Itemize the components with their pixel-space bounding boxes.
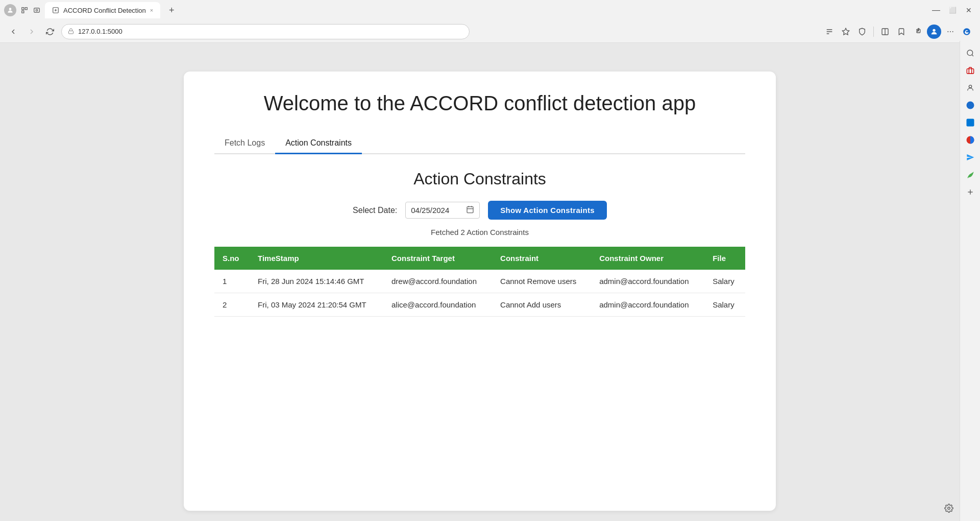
- forward-button[interactable]: [24, 25, 39, 39]
- navigation-bar: 127.0.0.1:5000: [0, 20, 980, 43]
- svg-rect-7: [69, 31, 74, 34]
- col-header-sno: S.no: [214, 247, 250, 270]
- cell-constraint: Cannot Add users: [492, 293, 591, 317]
- tab-fetch-logs[interactable]: Fetch Logs: [214, 133, 275, 154]
- calendar-icon[interactable]: [466, 205, 474, 215]
- title-bar: ACCORD Conflict Detection × + — ⬜ ✕: [0, 0, 980, 20]
- tab-favicon: [52, 7, 59, 14]
- profile-button[interactable]: [927, 25, 941, 39]
- col-header-target: Constraint Target: [383, 247, 492, 270]
- svg-rect-16: [967, 69, 973, 74]
- tab-group-icon[interactable]: [20, 6, 29, 14]
- page-content: Welcome to the ACCORD conflict detection…: [0, 61, 960, 521]
- svg-rect-11: [467, 207, 473, 213]
- section-title: Action Constraints: [214, 170, 745, 188]
- read-mode-button[interactable]: [822, 25, 837, 39]
- sidebar-add-icon[interactable]: [962, 184, 978, 200]
- svg-rect-1: [22, 8, 24, 10]
- svg-point-17: [969, 85, 971, 88]
- extensions-button[interactable]: [911, 25, 925, 39]
- profile-avatar[interactable]: [4, 4, 16, 16]
- minimize-button[interactable]: —: [929, 3, 943, 17]
- nav-divider: [873, 27, 874, 37]
- cell-constraint: Cannot Remove users: [492, 270, 591, 293]
- cell-owner: admin@accord.foundation: [591, 293, 704, 317]
- maximize-button[interactable]: ⬜: [945, 3, 960, 17]
- favorite-button[interactable]: [839, 25, 853, 39]
- fetch-status-text: Fetched 2 Action Constraints: [214, 228, 745, 236]
- svg-rect-4: [34, 8, 40, 12]
- svg-point-0: [9, 8, 12, 10]
- sidebar-plane-icon[interactable]: [962, 149, 978, 165]
- col-header-timestamp: TimeStamp: [250, 247, 383, 270]
- lock-icon: [68, 28, 74, 35]
- cell-sno: 2: [214, 293, 250, 317]
- settings-icon[interactable]: [944, 504, 953, 515]
- sidebar-search-icon[interactable]: [962, 45, 978, 61]
- sidebar-circle-multicolor-icon[interactable]: [962, 132, 978, 148]
- cell-target: drew@accord.foundation: [383, 270, 492, 293]
- col-header-constraint: Constraint: [492, 247, 591, 270]
- svg-point-18: [966, 102, 974, 109]
- table-row: 1Fri, 28 Jun 2024 15:14:46 GMTdrew@accor…: [214, 270, 745, 293]
- edge-icon[interactable]: [960, 25, 974, 39]
- sidebar-leaf-icon[interactable]: [962, 167, 978, 183]
- tab-title: ACCORD Conflict Detection: [63, 7, 146, 14]
- new-tab-button[interactable]: +: [164, 3, 179, 17]
- sidebar-profile-icon[interactable]: [962, 80, 978, 96]
- cell-file: Salary: [704, 293, 745, 317]
- app-card: Welcome to the ACCORD conflict detection…: [184, 72, 776, 511]
- cell-target: alice@accord.foundation: [383, 293, 492, 317]
- col-header-file: File: [704, 247, 745, 270]
- app-welcome-title: Welcome to the ACCORD conflict detection…: [214, 92, 745, 115]
- tab-action-constraints[interactable]: Action Constraints: [275, 133, 362, 154]
- cell-timestamp: Fri, 28 Jun 2024 15:14:46 GMT: [250, 270, 383, 293]
- tab-close-button[interactable]: ×: [150, 7, 153, 13]
- back-button[interactable]: [6, 25, 20, 39]
- screenshot-icon[interactable]: [33, 6, 41, 14]
- date-input-wrapper[interactable]: [405, 202, 480, 219]
- svg-point-5: [36, 9, 38, 11]
- shield-button[interactable]: [855, 25, 869, 39]
- sidebar-briefcase-icon[interactable]: [962, 62, 978, 79]
- svg-rect-2: [25, 8, 27, 10]
- svg-point-10: [933, 29, 935, 31]
- close-button[interactable]: ✕: [962, 3, 976, 17]
- url-text: 127.0.0.1:5000: [78, 28, 122, 35]
- table-header-row: S.no TimeStamp Constraint Target Constra…: [214, 247, 745, 270]
- svg-rect-19: [966, 119, 974, 127]
- table-row: 2Fri, 03 May 2024 21:20:54 GMTalice@acco…: [214, 293, 745, 317]
- cell-file: Salary: [704, 270, 745, 293]
- svg-point-15: [967, 50, 973, 56]
- tab-bar: Fetch Logs Action Constraints: [214, 133, 745, 154]
- more-options-button[interactable]: ⋯: [943, 25, 958, 39]
- bookmark-button[interactable]: [894, 25, 909, 39]
- refresh-button[interactable]: [43, 25, 57, 39]
- sidebar-circle-blue-icon[interactable]: [962, 97, 978, 113]
- cell-timestamp: Fri, 03 May 2024 21:20:54 GMT: [250, 293, 383, 317]
- right-sidebar: [960, 41, 980, 521]
- col-header-owner: Constraint Owner: [591, 247, 704, 270]
- split-view-button[interactable]: [878, 25, 892, 39]
- address-bar[interactable]: 127.0.0.1:5000: [61, 24, 470, 39]
- browser-chrome: ACCORD Conflict Detection × + — ⬜ ✕ 127.…: [0, 0, 980, 43]
- show-action-constraints-button[interactable]: Show Action Constraints: [488, 201, 607, 220]
- constraints-table: S.no TimeStamp Constraint Target Constra…: [214, 247, 745, 317]
- svg-point-23: [948, 507, 950, 510]
- date-label: Select Date:: [353, 206, 397, 215]
- action-constraints-section: Action Constraints Select Date: Show Act…: [214, 170, 745, 317]
- date-input[interactable]: [411, 206, 462, 215]
- nav-actions: ⋯: [822, 25, 974, 39]
- svg-rect-3: [22, 11, 24, 13]
- date-selector-row: Select Date: Show Action Constraints: [214, 201, 745, 220]
- active-tab[interactable]: ACCORD Conflict Detection ×: [45, 2, 160, 18]
- sidebar-square-blue-icon[interactable]: [962, 114, 978, 131]
- cell-owner: admin@accord.foundation: [591, 270, 704, 293]
- cell-sno: 1: [214, 270, 250, 293]
